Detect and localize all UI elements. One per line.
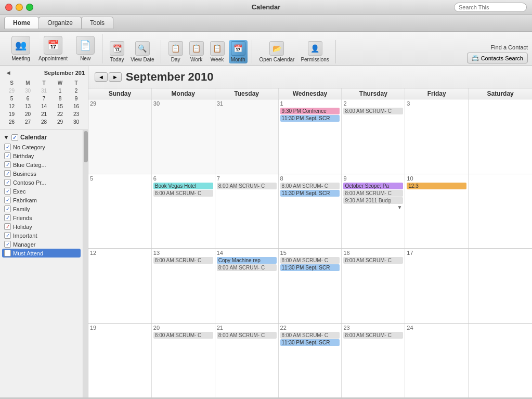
day-button[interactable]: 📋 Day [166, 40, 185, 63]
exec-checkbox[interactable] [4, 188, 11, 195]
list-item-business[interactable]: Business [2, 169, 81, 178]
event-scrum-sep21[interactable]: 8:00 AM SCRUM- C [217, 332, 277, 339]
scrollbar-thumb[interactable] [84, 131, 88, 162]
event-sept-scr-3[interactable]: 11:30 PM Sept. SCR [280, 264, 340, 271]
event-book-vegas[interactable]: Book Vegas Hotel [153, 183, 213, 189]
list-item-no-category[interactable]: No Category [2, 143, 81, 151]
manager-checkbox[interactable] [4, 241, 11, 248]
day-sep22[interactable]: 22 8:00 AM SCRUM- C 11:30 PM Sept. SCR [279, 324, 342, 398]
mini-cal-date[interactable]: 9 [69, 95, 84, 102]
day-sep21[interactable]: 21 8:00 AM SCRUM- C [215, 324, 279, 398]
day-sep8[interactable]: 8 8:00 AM SCRUM- C 11:30 PM Sept. SCR [279, 174, 342, 249]
meeting-button[interactable]: 👥 Meeting [8, 34, 33, 63]
permissions-button[interactable]: 👤 Permissions [299, 40, 331, 63]
day-sep15[interactable]: 15 8:00 AM SCRUM- C 11:30 PM Sept. SCR [279, 249, 342, 323]
mini-cal-date[interactable]: 16 [69, 103, 84, 110]
day-sep5[interactable]: 5 [88, 174, 152, 249]
mini-cal-date[interactable]: 28 [36, 119, 51, 125]
day-sep4-blank[interactable] [469, 99, 532, 174]
day-sep6[interactable]: 6 Book Vegas Hotel 8:00 AM SCRUM- C [152, 174, 215, 249]
day-sep23[interactable]: 23 8:00 AM SCRUM- C [342, 324, 405, 398]
day-sep25-blank[interactable] [469, 324, 532, 398]
mini-cal-date[interactable]: 14 [36, 103, 51, 110]
friends-checkbox[interactable] [4, 214, 11, 221]
event-scrum-sep6[interactable]: 8:00 AM SCRUM- C [153, 190, 213, 197]
mini-cal-prev[interactable]: ◄ [3, 69, 14, 76]
mini-cal-date[interactable]: 26 [4, 119, 19, 125]
day-sep2[interactable]: 2 8:00 AM SCRUM- C [342, 99, 405, 174]
appointment-button[interactable]: 📅 Appointment [35, 34, 71, 63]
contoso-checkbox[interactable] [4, 179, 11, 186]
list-item-important[interactable]: Important [2, 231, 81, 240]
mini-cal-date[interactable]: 8 [53, 95, 68, 102]
day-aug31[interactable]: 31 [215, 99, 279, 174]
mini-cal-date[interactable]: 22 [53, 111, 68, 118]
search-bar[interactable] [454, 3, 527, 12]
mini-cal-date[interactable]: 19 [4, 111, 19, 118]
day-sep13[interactable]: 13 8:00 AM SCRUM- C [152, 249, 215, 323]
mini-cal-date[interactable]: 30 [20, 87, 35, 94]
day-sep3[interactable]: 3 [405, 99, 469, 174]
mini-cal-date[interactable]: 27 [20, 119, 35, 125]
nav-prev[interactable]: ◄ [95, 72, 108, 82]
day-sep7[interactable]: 7 8:00 AM SCRUM- C [215, 174, 279, 249]
contacts-search-button[interactable]: 📇 Contacts Search [467, 53, 528, 63]
today-button[interactable]: 📆 Today [108, 40, 126, 63]
list-item-birthday[interactable]: Birthday [2, 151, 81, 160]
calendar-list-header[interactable]: ▼ Calendar [2, 132, 81, 143]
day-sep24[interactable]: 24 [405, 324, 469, 398]
mini-cal-date[interactable]: 30 [69, 119, 84, 125]
birthday-checkbox[interactable] [4, 152, 11, 159]
mini-cal-date[interactable]: 21 [36, 111, 51, 118]
view-date-button[interactable]: 🔍 View Date [128, 40, 156, 63]
event-scrum-sep20[interactable]: 8:00 AM SCRUM- C [153, 332, 213, 339]
new-button[interactable]: 📄 New [73, 34, 98, 63]
day-sep19[interactable]: 19 [88, 324, 152, 398]
mini-cal-date[interactable]: 15 [53, 103, 68, 110]
mini-cal-date[interactable]: 29 [53, 119, 68, 125]
day-sep18-blank[interactable] [469, 249, 532, 323]
no-category-checkbox[interactable] [4, 144, 11, 150]
mini-cal-date[interactable]: 5 [4, 95, 19, 102]
list-item-contoso[interactable]: Contoso Pr... [2, 178, 81, 187]
mini-cal-date[interactable]: 29 [4, 87, 19, 94]
month-button[interactable]: 📅 Month [229, 40, 248, 63]
mini-cal-date[interactable]: 23 [69, 111, 84, 118]
event-sept-scr-4[interactable]: 11:30 PM Sept. SCR [280, 339, 340, 346]
event-2011-budget[interactable]: 9:30 AM 2011 Budg [343, 197, 403, 204]
day-sep14[interactable]: 14 Copy Machine rep 8:00 AM SCRUM- C [215, 249, 279, 323]
event-scrum-sep9[interactable]: 8:00 AM SCRUM- C [343, 190, 403, 197]
sidebar-scrollbar[interactable] [83, 130, 88, 397]
event-sept-scr-2[interactable]: 11:30 PM Sept. SCR [280, 190, 340, 197]
day-sep9[interactable]: 9 October Scope; Pa 8:00 AM SCRUM- C 9:3… [342, 174, 405, 249]
search-input[interactable] [454, 3, 527, 12]
holiday-checkbox[interactable] [4, 223, 11, 230]
maximize-button[interactable] [26, 4, 33, 11]
mini-cal-date[interactable]: 20 [20, 111, 35, 118]
event-scrum-sep15[interactable]: 8:00 AM SCRUM- C [280, 257, 340, 264]
list-item-must-attend[interactable]: Must Attend [2, 249, 81, 258]
mini-cal-date[interactable]: 1 [53, 87, 68, 94]
day-aug30[interactable]: 30 [152, 99, 215, 174]
mini-cal-date[interactable]: 13 [20, 103, 35, 110]
open-calendar-button[interactable]: 📂 Open Calendar [257, 40, 297, 63]
list-item-fabrikam[interactable]: Fabrikam [2, 196, 81, 204]
event-scrum-sep16[interactable]: 8:00 AM SCRUM- C [343, 257, 403, 264]
event-scrum-sep7[interactable]: 8:00 AM SCRUM- C [217, 183, 277, 189]
event-scrum-sep13[interactable]: 8:00 AM SCRUM- C [153, 257, 213, 264]
family-checkbox[interactable] [4, 205, 11, 212]
mini-cal-date[interactable]: 31 [36, 87, 51, 94]
event-12-3[interactable]: 12:3 [407, 183, 466, 189]
minimize-button[interactable] [16, 4, 23, 11]
calendar-header-checkbox[interactable] [11, 134, 18, 141]
event-copy-machine[interactable]: Copy Machine rep [217, 257, 277, 264]
mini-cal-date[interactable]: 12 [4, 103, 19, 110]
day-sep16[interactable]: 16 8:00 AM SCRUM- C [342, 249, 405, 323]
list-item-exec[interactable]: Exec [2, 187, 81, 196]
event-scrum-sep23[interactable]: 8:00 AM SCRUM- C [343, 332, 403, 339]
tab-tools[interactable]: Tools [81, 17, 113, 29]
work-button[interactable]: 📋 Work [187, 40, 206, 63]
list-item-blue-category[interactable]: Blue Categ... [2, 160, 81, 169]
blue-category-checkbox[interactable] [4, 161, 11, 168]
list-item-manager[interactable]: Manager [2, 240, 81, 249]
